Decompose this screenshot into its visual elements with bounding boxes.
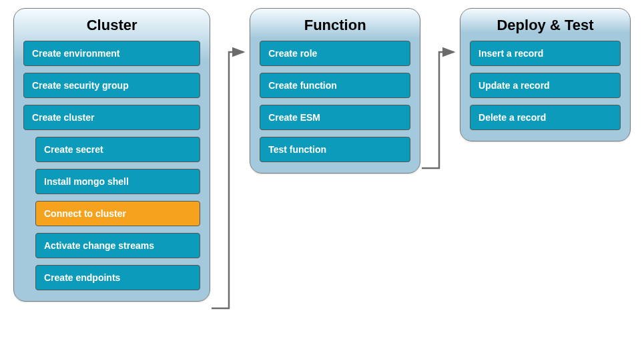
step-insert-record[interactable]: Insert a record [470,41,621,66]
panel-deploy-test: Deploy & Test Insert a record Update a r… [460,8,631,141]
step-create-environment[interactable]: Create environment [23,41,200,66]
step-delete-record[interactable]: Delete a record [470,105,621,130]
step-connect-to-cluster[interactable]: Connect to cluster [35,201,200,226]
panel-title-cluster: Cluster [23,17,200,34]
step-create-endpoints[interactable]: Create endpoints [35,265,200,290]
workflow-diagram: Cluster Create environment Create securi… [13,8,631,302]
step-install-mongo-shell[interactable]: Install mongo shell [35,169,200,194]
step-create-security-group[interactable]: Create security group [23,73,200,98]
cluster-nested-steps: Create secret Install mongo shell Connec… [35,137,200,290]
step-update-record[interactable]: Update a record [470,73,621,98]
arrow-icon [210,41,250,310]
step-create-secret[interactable]: Create secret [35,137,200,162]
panel-title-deploy: Deploy & Test [470,17,621,34]
step-create-cluster[interactable]: Create cluster [23,105,200,130]
arrow-function-to-deploy [420,8,460,302]
step-activate-change-streams[interactable]: Activate change streams [35,233,200,258]
arrow-icon [420,41,460,182]
panel-cluster: Cluster Create environment Create securi… [13,8,210,302]
step-create-function[interactable]: Create function [260,73,410,98]
panel-title-function: Function [260,17,410,34]
arrow-cluster-to-function [210,8,250,302]
step-create-esm[interactable]: Create ESM [260,105,410,130]
step-create-role[interactable]: Create role [260,41,410,66]
panel-function: Function Create role Create function Cre… [250,8,420,174]
step-test-function[interactable]: Test function [260,137,410,162]
